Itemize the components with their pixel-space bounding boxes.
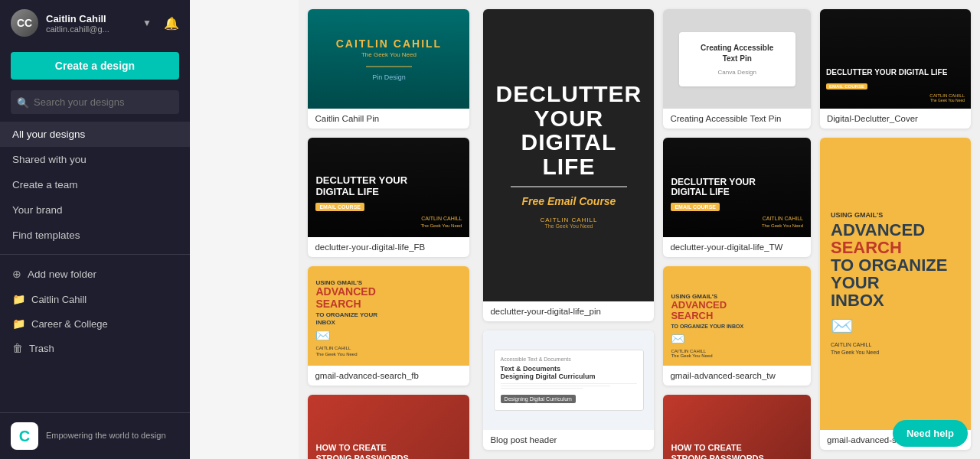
card-caitlin-cahill-pin[interactable]: CAITLIN CAHILL The Geek You Need Pin Des…	[308, 9, 469, 129]
card-passwords-tw[interactable]: HOW TO CREATESTRONG PASSWORDSTHAT ARE EA…	[663, 395, 811, 459]
custom-layout: CAITLIN CAHILL The Geek You Need Pin Des…	[299, 0, 980, 459]
sidebar-item-create-team[interactable]: Create a team	[0, 172, 190, 197]
card-thumb-passwords-bl: HOW TO CREATESTRONG PASSWORDSTHAT ARE EA…	[308, 395, 469, 459]
search-wrapper: 🔍	[11, 90, 179, 114]
sidebar-item-shared-with-you[interactable]: Shared with you	[0, 147, 190, 172]
search-icon: 🔍	[17, 96, 29, 108]
sidebar-item-your-brand[interactable]: Your brand	[0, 197, 190, 223]
card-gmail-fb[interactable]: USING GMAIL'S ADVANCEDSEARCH TO ORGANIZE…	[308, 266, 469, 386]
card-label-gmail-tw: gmail-advanced-search_tw	[663, 366, 811, 386]
card-thumb-declutter-tw: DECLUTTER YOURDIGITAL LIFE EMAIL COURSE …	[663, 138, 811, 237]
sidebar-item-caitlin-cahill[interactable]: 📁 Caitlin Cahill	[0, 287, 190, 311]
add-folder-label: Add new folder	[28, 269, 96, 280]
need-help-button[interactable]: Need help	[893, 420, 968, 447]
user-info: Caitlin Cahill caitlin.cahill@g...	[46, 13, 135, 34]
sidebar-item-find-templates[interactable]: Find templates	[0, 223, 190, 248]
card-label-declutter-center: declutter-your-digital-life_pin	[483, 301, 654, 321]
sidebar-item-career-college[interactable]: 📁 Career & College	[0, 311, 190, 336]
card-thumb-caitlin-pin: CAITLIN CAHILL The Geek You Need Pin Des…	[308, 9, 469, 109]
column-4: DECLUTTER YOUR DIGITAL LIFE EMAIL COURSE…	[815, 0, 980, 459]
folder-icon-2: 📁	[12, 317, 25, 330]
card-thumb-accessible: Creating AccessibleText Pin Canva Design	[663, 9, 811, 109]
column-3: Creating AccessibleText Pin Canva Design…	[658, 0, 815, 459]
find-templates-label: Find templates	[12, 230, 80, 241]
column-1: CAITLIN CAHILL The Geek You Need Pin Des…	[299, 0, 479, 459]
sidebar-header: CC Caitlin Cahill caitlin.cahill@g... ▼ …	[0, 0, 190, 46]
card-thumb-blog: Accessible Text & Documents Text & Docum…	[483, 330, 654, 430]
dropdown-icon[interactable]: ▼	[142, 18, 152, 28]
card-digital-declutter-cover[interactable]: DECLUTTER YOUR DIGITAL LIFE EMAIL COURSE…	[820, 9, 971, 129]
card-thumb-gmail-tw: USING GMAIL'S ADVANCEDSEARCH TO ORGANIZE…	[663, 266, 811, 366]
card-thumb-declutter-fb: DECLUTTER YOURDIGITAL LIFE EMAIL COURSE …	[308, 138, 469, 237]
sidebar-item-all-designs[interactable]: All your designs	[0, 122, 190, 147]
add-folder-icon: ⊕	[12, 268, 21, 280]
useremail: caitlin.cahill@g...	[46, 24, 135, 34]
search-input[interactable]	[11, 90, 179, 114]
card-passwords-bl[interactable]: HOW TO CREATESTRONG PASSWORDSTHAT ARE EA…	[308, 395, 469, 459]
sidebar-item-add-folder[interactable]: ⊕ Add new folder	[0, 261, 190, 287]
card-label-digital-declutter: Digital-Declutter_Cover	[820, 109, 971, 129]
card-label-gmail-fb: gmail-advanced-search_fb	[308, 366, 469, 386]
card-gmail-cover[interactable]: USING GMAIL'S ADVANCEDSEARCHTO ORGANIZEY…	[820, 138, 971, 450]
all-designs-label: All your designs	[12, 129, 85, 140]
sidebar-tagline: Empowering the world to design	[46, 430, 166, 441]
your-brand-label: Your brand	[12, 204, 63, 216]
card-thumb-gmail-cover: USING GMAIL'S ADVANCEDSEARCHTO ORGANIZEY…	[820, 138, 971, 430]
card-accessible-pin[interactable]: Creating AccessibleText Pin Canva Design…	[663, 9, 811, 129]
card-thumb-declutter-center: DECLUTTERYOURDIGITALLIFE Free Email Cour…	[483, 9, 654, 301]
column-2: DECLUTTERYOURDIGITALLIFE Free Email Cour…	[479, 0, 658, 459]
bell-icon[interactable]: 🔔	[164, 16, 179, 31]
card-thumb-passwords-tw: HOW TO CREATESTRONG PASSWORDSTHAT ARE EA…	[663, 395, 811, 459]
card-thumb-digital-declutter: DECLUTTER YOUR DIGITAL LIFE EMAIL COURSE…	[820, 9, 971, 109]
shared-with-you-label: Shared with you	[12, 154, 87, 165]
create-design-button[interactable]: Create a design	[11, 52, 179, 80]
trash-label: Trash	[29, 343, 54, 354]
sidebar-item-trash[interactable]: 🗑 Trash	[0, 336, 190, 360]
card-declutter-tw[interactable]: DECLUTTER YOURDIGITAL LIFE EMAIL COURSE …	[663, 138, 811, 257]
sidebar-divider	[0, 254, 190, 255]
card-blog-header[interactable]: Accessible Text & Documents Text & Docum…	[483, 330, 654, 450]
main-content: CAITLIN CAHILL The Geek You Need some co…	[190, 0, 299, 459]
trash-icon: 🗑	[12, 342, 23, 354]
folder-career-college-label: Career & College	[31, 318, 108, 330]
folder-caitlin-cahill-label: Caitlin Cahill	[31, 294, 87, 305]
canva-logo: C	[11, 422, 38, 450]
card-declutter-center[interactable]: DECLUTTERYOURDIGITALLIFE Free Email Cour…	[483, 9, 654, 321]
folder-icon: 📁	[12, 293, 25, 305]
card-label-blog: Blog post header	[483, 430, 654, 450]
sidebar: CC Caitlin Cahill caitlin.cahill@g... ▼ …	[0, 0, 190, 459]
username: Caitlin Cahill	[46, 13, 135, 24]
create-team-label: Create a team	[12, 179, 78, 190]
card-declutter-fb[interactable]: DECLUTTER YOURDIGITAL LIFE EMAIL COURSE …	[308, 138, 469, 257]
card-label-declutter-fb: declutter-your-digital-life_FB	[308, 237, 469, 257]
sidebar-bottom: C Empowering the world to design	[0, 412, 190, 459]
card-label-accessible: Creating Accessible Text Pin	[663, 109, 811, 129]
card-thumb-gmail-fb: USING GMAIL'S ADVANCEDSEARCH TO ORGANIZE…	[308, 266, 469, 366]
avatar: CC	[11, 9, 38, 37]
card-label-caitlin-pin: Caitlin Cahill Pin	[308, 109, 469, 129]
card-gmail-tw[interactable]: USING GMAIL'S ADVANCEDSEARCH TO ORGANIZE…	[663, 266, 811, 386]
card-label-declutter-tw: declutter-your-digital-life_TW	[663, 237, 811, 257]
